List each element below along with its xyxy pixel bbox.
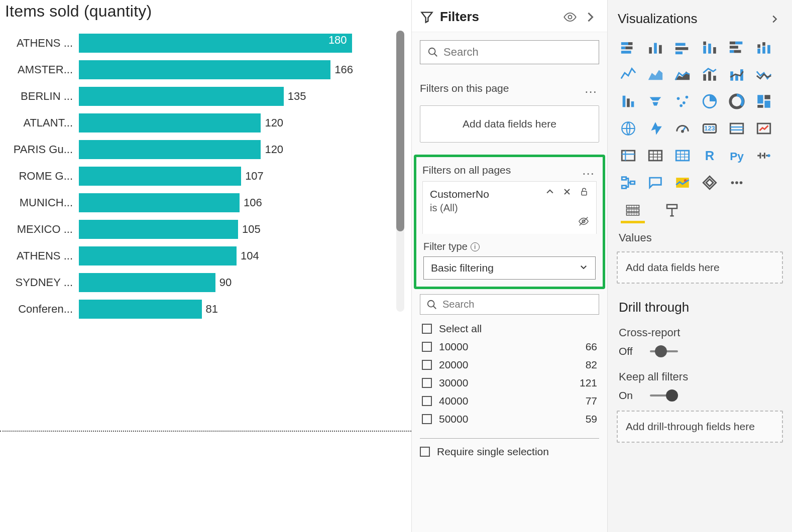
bar-track: 135 xyxy=(79,87,382,106)
bar-fill: 180 xyxy=(79,34,352,53)
checkbox[interactable] xyxy=(422,396,432,406)
viz-table[interactable] xyxy=(645,145,666,166)
keep-filters-toggle[interactable] xyxy=(650,390,678,401)
bar-value: 107 xyxy=(245,170,264,183)
viz-matrix[interactable] xyxy=(672,145,693,166)
viz-stacked-area[interactable] xyxy=(672,64,693,85)
bar-row[interactable]: ATHENS ...104 xyxy=(0,242,382,269)
drill-through-dropzone[interactable]: Add drill-through fields here xyxy=(617,411,783,443)
filter-field-summary: is (All) xyxy=(430,202,540,214)
hide-icon[interactable] xyxy=(578,216,589,229)
filter-values-search[interactable] xyxy=(420,294,599,315)
viz-power-apps[interactable] xyxy=(699,172,720,193)
svg-rect-13 xyxy=(675,43,686,46)
viz-area-chart[interactable] xyxy=(645,64,666,85)
viz-stacked-column[interactable] xyxy=(699,37,720,58)
svg-rect-53 xyxy=(730,123,743,134)
checkbox[interactable] xyxy=(422,378,432,388)
chevron-right-icon[interactable] xyxy=(583,10,597,24)
filter-values-search-input[interactable] xyxy=(442,299,593,310)
viz-python-visual[interactable]: Py xyxy=(726,145,747,166)
checkbox[interactable] xyxy=(420,447,430,457)
svg-point-0 xyxy=(569,15,572,19)
bar-track: 107 xyxy=(79,167,382,186)
select-all-row[interactable]: Select all xyxy=(420,320,599,338)
bar-row[interactable]: ATLANT...120 xyxy=(0,109,382,136)
viz-clustered-bar[interactable] xyxy=(672,37,693,58)
viz-donut[interactable] xyxy=(726,91,747,112)
viz-card[interactable]: 123 xyxy=(699,118,720,139)
viz-funnel[interactable] xyxy=(645,91,666,112)
bar-row[interactable]: PARIS Gu...120 xyxy=(0,136,382,163)
svg-rect-15 xyxy=(675,52,683,55)
chevron-up-icon[interactable] xyxy=(545,187,555,197)
filters-search[interactable] xyxy=(420,40,599,64)
viz-more-visuals[interactable] xyxy=(726,172,747,193)
cross-report-toggle[interactable] xyxy=(650,346,678,356)
viz-map[interactable] xyxy=(618,118,639,139)
chevron-right-icon[interactable] xyxy=(769,14,780,25)
svg-point-68 xyxy=(740,181,743,184)
clear-filter-icon[interactable] xyxy=(562,187,572,197)
viz-stacked-bar-h[interactable] xyxy=(618,37,639,58)
viz-gauge[interactable] xyxy=(672,118,693,139)
filters-all-section: Filters on all pages ... xyxy=(416,157,603,181)
bar-row[interactable]: ATHENS ...180 xyxy=(0,30,382,56)
viz-clustered-column[interactable] xyxy=(645,37,666,58)
viz-r-visual[interactable]: R xyxy=(699,145,720,166)
filter-value-row[interactable]: 4000077 xyxy=(420,392,599,410)
viz-scatter[interactable] xyxy=(672,91,693,112)
bar-row[interactable]: AMSTER...166 xyxy=(0,56,382,83)
svg-rect-8 xyxy=(625,47,632,50)
checkbox[interactable] xyxy=(422,414,432,424)
viz-kpi[interactable] xyxy=(753,118,774,139)
require-single-row[interactable]: Require single selection xyxy=(412,439,607,465)
bar-row[interactable]: SYDNEY ...90 xyxy=(0,269,382,296)
filters-page-dropzone[interactable]: Add data fields here xyxy=(420,105,599,143)
viz-filled-map[interactable] xyxy=(645,118,666,139)
viz-line-clustered-column[interactable] xyxy=(699,64,720,85)
checkbox[interactable] xyxy=(422,324,432,334)
viz-multi-row-card[interactable] xyxy=(726,118,747,139)
viz-pie[interactable] xyxy=(699,91,720,112)
format-tab[interactable] xyxy=(660,202,684,223)
info-icon[interactable]: i xyxy=(471,242,480,251)
viz-waterfall[interactable] xyxy=(618,91,639,112)
viz-decomposition-tree[interactable] xyxy=(618,172,639,193)
fields-tab[interactable] xyxy=(621,202,645,223)
viz-ribbon-chart[interactable] xyxy=(753,64,774,85)
more-icon[interactable]: ... xyxy=(585,85,597,92)
scrollbar-thumb[interactable] xyxy=(396,31,404,231)
chart-scrollbar[interactable] xyxy=(396,31,404,312)
viz-stacked-bar-100[interactable] xyxy=(726,37,747,58)
svg-rect-30 xyxy=(703,74,706,81)
viz-line-stacked-column[interactable] xyxy=(726,64,747,85)
filter-type-select[interactable]: Basic filtering xyxy=(423,256,596,280)
viz-arcgis[interactable] xyxy=(672,172,693,193)
viz-stacked-column-100[interactable] xyxy=(753,37,774,58)
bar-row[interactable]: MEXICO ...105 xyxy=(0,216,382,242)
checkbox[interactable] xyxy=(422,342,432,352)
viz-qa-visual[interactable] xyxy=(645,172,666,193)
bar-category: Conferen... xyxy=(0,303,73,316)
checkbox[interactable] xyxy=(422,360,432,370)
more-icon[interactable]: ... xyxy=(582,167,595,174)
bar-row[interactable]: Conferen...81 xyxy=(0,296,382,322)
svg-rect-48 xyxy=(757,105,763,108)
values-dropzone[interactable]: Add data fields here xyxy=(617,251,783,284)
viz-line-chart[interactable] xyxy=(618,64,639,85)
filter-value-row[interactable]: 30000121 xyxy=(420,374,599,392)
filter-value-row[interactable]: 5000059 xyxy=(420,410,599,428)
filter-value-row[interactable]: 2000082 xyxy=(420,356,599,374)
filters-search-input[interactable] xyxy=(443,46,592,59)
viz-key-influencers[interactable] xyxy=(753,145,774,166)
bar-track: 81 xyxy=(79,300,382,319)
lock-icon[interactable] xyxy=(579,187,589,197)
filter-value-row[interactable]: 1000066 xyxy=(420,338,599,356)
viz-treemap[interactable] xyxy=(753,91,774,112)
bar-row[interactable]: ROME G...107 xyxy=(0,163,382,189)
viz-slicer[interactable] xyxy=(618,145,639,166)
bar-row[interactable]: BERLIN ...135 xyxy=(0,83,382,109)
eye-icon[interactable] xyxy=(563,10,577,24)
bar-row[interactable]: MUNICH...106 xyxy=(0,189,382,216)
